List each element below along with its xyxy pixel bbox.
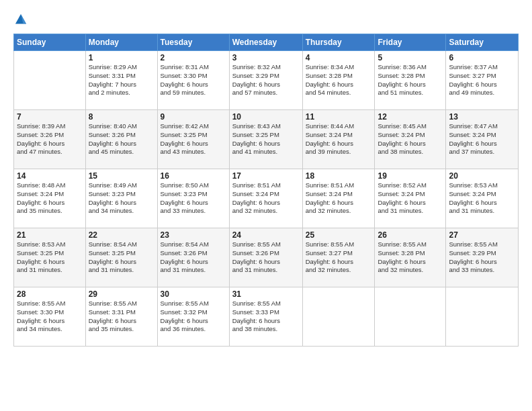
calendar-cell: 17Sunrise: 8:51 AM Sunset: 3:24 PM Dayli… <box>229 169 302 228</box>
day-number: 6 <box>449 53 515 62</box>
calendar-header-sunday: Sunday <box>14 34 86 51</box>
calendar-header-tuesday: Tuesday <box>157 34 229 51</box>
day-number: 23 <box>161 230 226 240</box>
calendar-cell: 29Sunrise: 8:55 AM Sunset: 3:31 PM Dayli… <box>85 287 157 347</box>
day-info: Sunrise: 8:45 AM Sunset: 3:24 PM Dayligh… <box>378 122 443 156</box>
day-info: Sunrise: 8:29 AM Sunset: 3:31 PM Dayligh… <box>89 63 154 97</box>
day-info: Sunrise: 8:42 AM Sunset: 3:25 PM Dayligh… <box>161 122 226 156</box>
day-info: Sunrise: 8:39 AM Sunset: 3:26 PM Dayligh… <box>17 122 83 156</box>
calendar-header-friday: Friday <box>375 34 446 51</box>
day-info: Sunrise: 8:48 AM Sunset: 3:24 PM Dayligh… <box>17 181 83 216</box>
calendar-header-saturday: Saturday <box>446 34 519 51</box>
day-number: 14 <box>17 171 83 181</box>
calendar-cell <box>446 287 519 347</box>
day-info: Sunrise: 8:37 AM Sunset: 3:27 PM Dayligh… <box>449 63 515 97</box>
calendar-cell: 30Sunrise: 8:55 AM Sunset: 3:32 PM Dayli… <box>157 287 229 347</box>
day-number: 17 <box>232 171 300 181</box>
day-number: 30 <box>161 289 226 299</box>
day-number: 16 <box>161 171 226 181</box>
day-info: Sunrise: 8:55 AM Sunset: 3:27 PM Dayligh… <box>306 240 372 275</box>
day-number: 25 <box>306 230 372 240</box>
day-info: Sunrise: 8:54 AM Sunset: 3:25 PM Dayligh… <box>89 240 154 275</box>
day-number: 5 <box>378 53 443 62</box>
calendar-cell: 23Sunrise: 8:54 AM Sunset: 3:26 PM Dayli… <box>157 228 229 287</box>
day-info: Sunrise: 8:52 AM Sunset: 3:24 PM Dayligh… <box>378 181 443 216</box>
day-number: 31 <box>232 289 300 299</box>
day-info: Sunrise: 8:53 AM Sunset: 3:24 PM Dayligh… <box>449 181 515 216</box>
day-number: 15 <box>89 171 154 181</box>
day-number: 3 <box>232 53 300 62</box>
day-info: Sunrise: 8:53 AM Sunset: 3:25 PM Dayligh… <box>17 240 83 275</box>
calendar-week-row: 28Sunrise: 8:55 AM Sunset: 3:30 PM Dayli… <box>14 287 519 347</box>
day-info: Sunrise: 8:55 AM Sunset: 3:30 PM Dayligh… <box>17 300 83 334</box>
calendar-cell <box>302 287 375 347</box>
day-info: Sunrise: 8:47 AM Sunset: 3:24 PM Dayligh… <box>449 122 515 156</box>
day-number: 24 <box>232 230 300 240</box>
day-info: Sunrise: 8:55 AM Sunset: 3:33 PM Dayligh… <box>232 300 300 334</box>
day-info: Sunrise: 8:55 AM Sunset: 3:29 PM Dayligh… <box>449 240 515 275</box>
logo-icon <box>13 12 28 27</box>
day-number: 10 <box>232 112 300 122</box>
calendar-cell: 12Sunrise: 8:45 AM Sunset: 3:24 PM Dayli… <box>375 110 446 169</box>
calendar-cell: 9Sunrise: 8:42 AM Sunset: 3:25 PM Daylig… <box>157 110 229 169</box>
calendar-cell: 13Sunrise: 8:47 AM Sunset: 3:24 PM Dayli… <box>446 110 519 169</box>
calendar-cell <box>14 51 86 110</box>
day-number: 27 <box>449 230 515 240</box>
calendar-header-row: SundayMondayTuesdayWednesdayThursdayFrid… <box>14 34 519 51</box>
day-info: Sunrise: 8:50 AM Sunset: 3:23 PM Dayligh… <box>161 181 226 216</box>
day-number: 28 <box>17 289 83 299</box>
day-number: 19 <box>378 171 443 181</box>
calendar-cell: 2Sunrise: 8:31 AM Sunset: 3:30 PM Daylig… <box>157 51 229 110</box>
day-number: 4 <box>306 53 372 62</box>
day-info: Sunrise: 8:34 AM Sunset: 3:28 PM Dayligh… <box>306 63 372 97</box>
day-info: Sunrise: 8:54 AM Sunset: 3:26 PM Dayligh… <box>161 240 226 275</box>
day-number: 11 <box>306 112 372 122</box>
calendar-header-wednesday: Wednesday <box>229 34 302 51</box>
calendar-header-thursday: Thursday <box>302 34 375 51</box>
calendar-week-row: 7Sunrise: 8:39 AM Sunset: 3:26 PM Daylig… <box>14 110 519 169</box>
calendar-cell: 16Sunrise: 8:50 AM Sunset: 3:23 PM Dayli… <box>157 169 229 228</box>
day-number: 12 <box>378 112 443 122</box>
day-info: Sunrise: 8:55 AM Sunset: 3:32 PM Dayligh… <box>161 300 226 334</box>
calendar-cell: 21Sunrise: 8:53 AM Sunset: 3:25 PM Dayli… <box>14 228 86 287</box>
calendar-cell: 25Sunrise: 8:55 AM Sunset: 3:27 PM Dayli… <box>302 228 375 287</box>
calendar-cell: 1Sunrise: 8:29 AM Sunset: 3:31 PM Daylig… <box>85 51 157 110</box>
calendar-cell: 27Sunrise: 8:55 AM Sunset: 3:29 PM Dayli… <box>446 228 519 287</box>
day-number: 22 <box>89 230 154 240</box>
logo <box>13 12 31 27</box>
day-info: Sunrise: 8:55 AM Sunset: 3:28 PM Dayligh… <box>378 240 443 275</box>
calendar-table: SundayMondayTuesdayWednesdayThursdayFrid… <box>13 34 519 347</box>
day-info: Sunrise: 8:55 AM Sunset: 3:31 PM Dayligh… <box>89 300 154 334</box>
calendar-cell: 24Sunrise: 8:55 AM Sunset: 3:26 PM Dayli… <box>229 228 302 287</box>
day-info: Sunrise: 8:32 AM Sunset: 3:29 PM Dayligh… <box>232 63 300 97</box>
day-number: 1 <box>89 53 154 62</box>
calendar-cell: 31Sunrise: 8:55 AM Sunset: 3:33 PM Dayli… <box>229 287 302 347</box>
calendar-cell: 20Sunrise: 8:53 AM Sunset: 3:24 PM Dayli… <box>446 169 519 228</box>
calendar-cell: 28Sunrise: 8:55 AM Sunset: 3:30 PM Dayli… <box>14 287 86 347</box>
header <box>13 12 519 27</box>
day-info: Sunrise: 8:55 AM Sunset: 3:26 PM Dayligh… <box>232 240 300 275</box>
day-number: 8 <box>89 112 154 122</box>
calendar-week-row: 1Sunrise: 8:29 AM Sunset: 3:31 PM Daylig… <box>14 51 519 110</box>
calendar-cell: 26Sunrise: 8:55 AM Sunset: 3:28 PM Dayli… <box>375 228 446 287</box>
day-number: 29 <box>89 289 154 299</box>
day-number: 18 <box>306 171 372 181</box>
calendar-week-row: 14Sunrise: 8:48 AM Sunset: 3:24 PM Dayli… <box>14 169 519 228</box>
day-info: Sunrise: 8:36 AM Sunset: 3:28 PM Dayligh… <box>378 63 443 97</box>
day-info: Sunrise: 8:51 AM Sunset: 3:24 PM Dayligh… <box>306 181 372 216</box>
day-number: 13 <box>449 112 515 122</box>
calendar-header-monday: Monday <box>85 34 157 51</box>
day-number: 21 <box>17 230 83 240</box>
calendar-cell: 10Sunrise: 8:43 AM Sunset: 3:25 PM Dayli… <box>229 110 302 169</box>
calendar-week-row: 21Sunrise: 8:53 AM Sunset: 3:25 PM Dayli… <box>14 228 519 287</box>
day-info: Sunrise: 8:49 AM Sunset: 3:23 PM Dayligh… <box>89 181 154 216</box>
calendar-cell: 15Sunrise: 8:49 AM Sunset: 3:23 PM Dayli… <box>85 169 157 228</box>
day-info: Sunrise: 8:40 AM Sunset: 3:26 PM Dayligh… <box>89 122 154 156</box>
day-number: 7 <box>17 112 83 122</box>
day-number: 2 <box>161 53 226 62</box>
calendar-cell: 14Sunrise: 8:48 AM Sunset: 3:24 PM Dayli… <box>14 169 86 228</box>
day-info: Sunrise: 8:31 AM Sunset: 3:30 PM Dayligh… <box>161 63 226 97</box>
calendar-cell: 18Sunrise: 8:51 AM Sunset: 3:24 PM Dayli… <box>302 169 375 228</box>
day-info: Sunrise: 8:51 AM Sunset: 3:24 PM Dayligh… <box>232 181 300 216</box>
calendar-cell: 4Sunrise: 8:34 AM Sunset: 3:28 PM Daylig… <box>302 51 375 110</box>
